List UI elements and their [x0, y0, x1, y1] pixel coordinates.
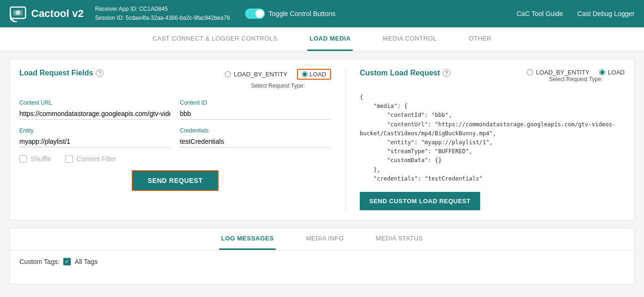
content-id-field: Content ID [180, 99, 331, 120]
panel-divider [345, 69, 346, 210]
header-links: CaC Tool Guide Cast Debug Logger [517, 10, 635, 17]
tab-cast-connect[interactable]: CAST CONNECT & LOGGER CONTROLS [151, 27, 279, 51]
left-panel: Load Request Fields ? LOAD_BY_ENTITY LOA… [19, 69, 331, 210]
send-request-button[interactable]: SEND REQUEST [132, 170, 219, 191]
shuffle-checkbox-box [19, 155, 27, 163]
content-filter-checkbox-box [65, 155, 73, 163]
bottom-content: Custom Tags: ✓ All Tags [10, 250, 634, 273]
main-card: Load Request Fields ? LOAD_BY_ENTITY LOA… [9, 59, 635, 220]
nav-tabs: CAST CONNECT & LOGGER CONTROLS LOAD MEDI… [0, 27, 644, 51]
custom-tags-label: Custom Tags: [19, 258, 59, 265]
toggle-label: Toggle Control Buttons [269, 10, 336, 17]
content-url-input[interactable] [19, 108, 170, 120]
custom-load-title: Custom Load Request [360, 69, 440, 77]
header: Cactool v2 Receiver App ID: CC1AD845 Ses… [0, 0, 644, 27]
receiver-app-id: Receiver App ID: CC1AD845 [95, 5, 230, 14]
load-radio[interactable]: LOAD [297, 69, 331, 80]
credentials-label: Credentials [180, 127, 331, 134]
send-custom-load-button[interactable]: SEND CUSTOM LOAD REQUEST [360, 192, 480, 210]
load-help-icon[interactable]: ? [96, 69, 103, 77]
custom-load-radio[interactable]: LOAD [599, 69, 625, 76]
tab-media-status[interactable]: MEDIA STATUS [374, 228, 424, 250]
credentials-input[interactable] [180, 136, 331, 148]
tab-load-media[interactable]: LOAD MEDIA [307, 27, 352, 51]
shuffle-checkbox[interactable]: Shuffle [19, 155, 51, 163]
select-type-text-left: Select Request Type: [225, 82, 331, 89]
entity-field: Entity [19, 127, 170, 148]
svg-point-2 [16, 10, 20, 15]
session-id: Session ID: 5cdae4fa-32aa-4386-ba2c-9fac… [95, 14, 230, 23]
right-panel: Custom Load Request ? LOAD_BY_ENTITY LOA… [360, 69, 625, 210]
content-id-input[interactable] [180, 108, 331, 120]
header-info: Receiver App ID: CC1AD845 Session ID: 5c… [95, 5, 230, 23]
entity-input[interactable] [19, 136, 170, 148]
checkbox-row: Shuffle Content Filter [19, 155, 331, 163]
load-request-title: Load Request Fields ? [19, 69, 103, 77]
cast-icon [9, 5, 26, 22]
cast-debug-logger-link[interactable]: Cast Debug Logger [577, 10, 635, 17]
content-id-label: Content ID [180, 99, 331, 106]
content-url-field: Content URL [19, 99, 170, 120]
entity-label: Entity [19, 127, 170, 134]
toggle-switch[interactable] [245, 8, 265, 19]
main-content: Load Request Fields ? LOAD_BY_ENTITY LOA… [0, 51, 644, 292]
request-type-radio-row: LOAD_BY_ENTITY LOAD [225, 69, 331, 80]
custom-tags-row: Custom Tags: ✓ All Tags [19, 258, 625, 265]
send-btn-wrap: SEND REQUEST [19, 170, 331, 191]
tab-log-messages[interactable]: LOG MESSAGES [219, 228, 275, 250]
cac-tool-guide-link[interactable]: CaC Tool Guide [517, 10, 563, 17]
checkmark-icon: ✓ [65, 258, 69, 265]
logo-text: Cactool v2 [31, 8, 84, 20]
logo: Cactool v2 [9, 5, 84, 22]
bottom-tabs: LOG MESSAGES MEDIA INFO MEDIA STATUS [10, 228, 634, 250]
bottom-section: LOG MESSAGES MEDIA INFO MEDIA STATUS Cus… [9, 228, 635, 284]
select-type-text-right: Select Request Type: [527, 76, 625, 82]
all-tags-label: All Tags [75, 258, 98, 265]
custom-load-by-entity-radio[interactable]: LOAD_BY_ENTITY [527, 69, 589, 76]
custom-request-type-row: LOAD_BY_ENTITY LOAD [527, 69, 625, 76]
custom-load-title-row: Custom Load Request ? [360, 69, 450, 77]
load-by-entity-radio[interactable]: LOAD_BY_ENTITY [225, 71, 287, 78]
content-filter-checkbox[interactable]: Content Filter [65, 155, 116, 163]
custom-help-icon[interactable]: ? [443, 69, 450, 77]
fields-grid: Content URL Content ID Entity Credential… [19, 99, 331, 148]
tab-media-info[interactable]: MEDIA INFO [304, 228, 346, 250]
toggle-area[interactable]: Toggle Control Buttons [245, 8, 336, 19]
content-url-label: Content URL [19, 99, 170, 106]
tab-media-control[interactable]: MEDIA CONTROL [381, 27, 439, 51]
all-tags-checkbox[interactable]: ✓ [63, 258, 71, 265]
json-editor[interactable]: { "media": { "contentId": "bbb", "conten… [360, 93, 625, 183]
credentials-field: Credentials [180, 127, 331, 148]
toggle-knob [255, 9, 264, 18]
tab-other[interactable]: OTHER [467, 27, 493, 51]
